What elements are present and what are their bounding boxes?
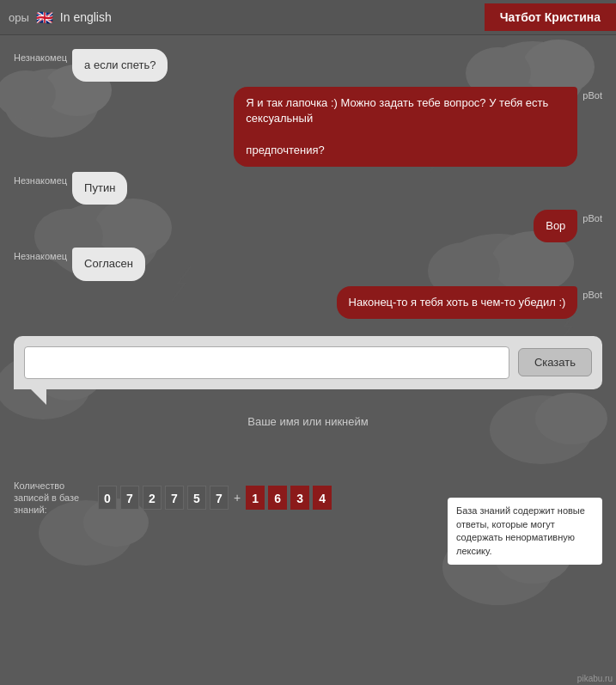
chat-input[interactable] — [24, 346, 509, 379]
message-bubble: Путин — [72, 172, 127, 205]
sender-label: pBot — [582, 213, 602, 223]
message-row: pBot Наконец-то я тебя хоть в чем-то убе… — [0, 281, 616, 319]
sender-label: Незнакомец — [14, 175, 67, 186]
send-button[interactable]: Сказать — [518, 348, 592, 376]
message-bubble: Согласен — [72, 248, 145, 280]
sender-label: pBot — [582, 290, 602, 300]
message-bubble: Вор — [534, 210, 577, 242]
kb-digit: 7 — [165, 486, 184, 510]
sender-label: Незнакомец — [14, 251, 67, 261]
nickname-hint: Ваше имя или никнейм — [0, 415, 616, 428]
sender-label: pBot — [582, 90, 602, 101]
kb-digit-highlight: 3 — [290, 486, 309, 510]
kb-label: Количество записей в базе знаний: — [14, 480, 91, 517]
kb-digit: 7 — [210, 486, 229, 510]
kb-digit-highlight: 4 — [313, 486, 332, 510]
message-row: pBot Я и так лапочка :) Можно задать теб… — [0, 82, 616, 167]
header-left: оры 🇬🇧 In english — [0, 9, 112, 26]
kb-digit: 0 — [98, 486, 117, 510]
chatbot-button[interactable]: Чатбот Кристина — [485, 3, 616, 31]
kb-digit: 7 — [120, 486, 139, 510]
kb-warning: База знаний содержит новые ответы, котор… — [448, 498, 602, 565]
message-row: Незнакомец а если спеть? — [0, 42, 616, 82]
kb-digit: 2 — [143, 486, 162, 510]
header: оры 🇬🇧 In english Чатбот Кристина — [0, 0, 616, 35]
svg-point-14 — [490, 395, 593, 464]
message-bubble: Наконец-то я тебя хоть в чем-то убедил :… — [337, 286, 578, 319]
message-bubble: а если спеть? — [72, 49, 168, 82]
lang-label[interactable]: In english — [60, 10, 112, 24]
message-bubble: Я и так лапочка :) Можно задать тебе воп… — [234, 87, 577, 167]
input-container: Сказать — [14, 336, 602, 389]
sender-label: Незнакомец — [14, 52, 67, 63]
flag-icon: 🇬🇧 — [36, 9, 53, 26]
message-row: pBot Вор — [0, 205, 616, 242]
kb-plus: + — [234, 491, 241, 505]
message-row: Незнакомец Согласен — [0, 242, 616, 280]
watermark: pikabu.ru — [577, 674, 613, 683]
message-row: Незнакомец Путин — [0, 167, 616, 205]
kb-digit: 5 — [187, 486, 206, 510]
nav-back-label: оры — [9, 11, 29, 24]
kb-digit-highlight: 1 — [246, 486, 265, 510]
kb-digit-highlight: 6 — [268, 486, 287, 510]
